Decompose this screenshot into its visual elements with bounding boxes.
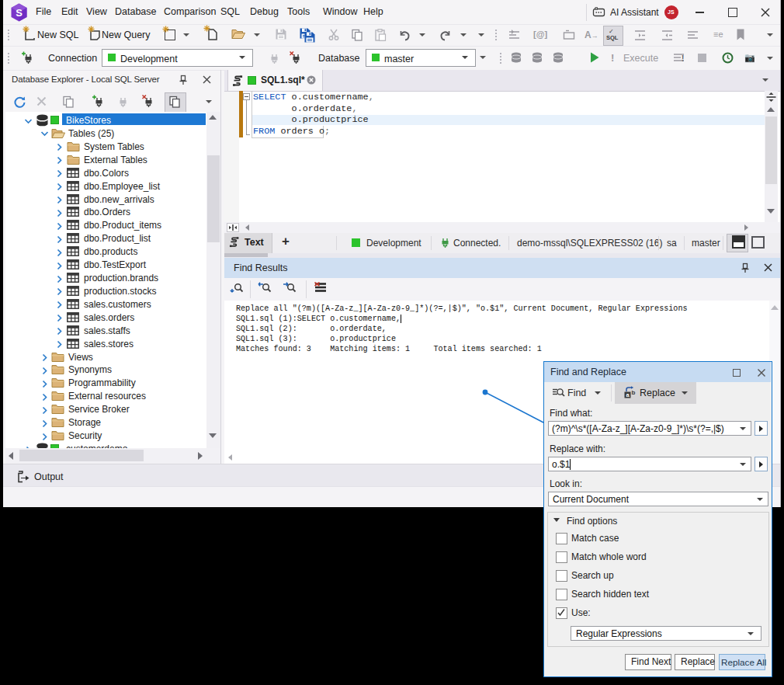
svg-text:S: S [16,7,23,19]
svg-text:b: b [632,389,636,396]
svg-text:!: ! [682,54,684,63]
